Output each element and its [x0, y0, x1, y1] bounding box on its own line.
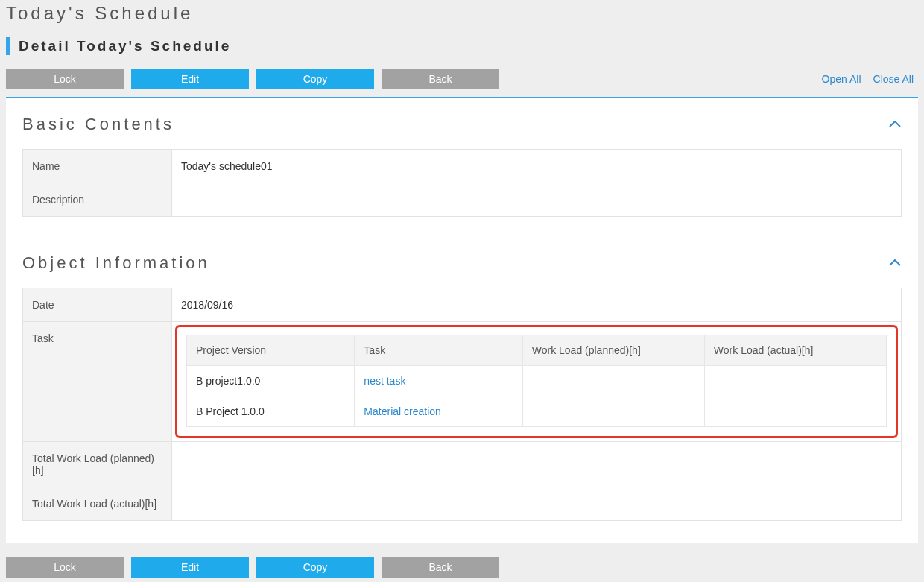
field-row-total-planned: Total Work Load (planned)[h]	[23, 442, 902, 487]
field-value-date: 2018/09/16	[172, 288, 902, 322]
task-col-workload-planned: Work Load (planned)[h]	[522, 335, 704, 366]
breadcrumb: Today's Schedule	[6, 0, 918, 37]
field-value-total-planned	[172, 442, 902, 487]
chevron-up-icon[interactable]	[888, 256, 902, 270]
lock-button-bottom[interactable]: Lock	[6, 557, 124, 578]
copy-button[interactable]: Copy	[256, 69, 374, 89]
task-cell-project-version: B Project 1.0.0	[187, 396, 355, 427]
back-button-bottom[interactable]: Back	[382, 557, 499, 578]
field-label-name: Name	[23, 150, 172, 183]
copy-button-bottom[interactable]: Copy	[256, 557, 374, 578]
section-header-object: Object Information	[22, 253, 902, 273]
task-cell-actual	[704, 396, 886, 427]
section-divider	[22, 235, 902, 235]
field-row-total-actual: Total Work Load (actual)[h]	[23, 487, 902, 521]
title-accent	[6, 37, 10, 55]
field-label-date: Date	[23, 288, 172, 322]
page-title: Detail Today's Schedule	[19, 38, 231, 54]
field-label-task: Task	[23, 322, 172, 442]
page-title-bar: Detail Today's Schedule	[6, 37, 918, 55]
open-all-link[interactable]: Open All	[822, 73, 861, 85]
field-value-description	[172, 183, 902, 217]
field-value-total-actual	[172, 487, 902, 521]
field-row-task: Task Project Version Task Work Load (pla…	[23, 322, 902, 442]
task-cell-actual	[704, 366, 886, 396]
task-table-header-row: Project Version Task Work Load (planned)…	[187, 335, 887, 366]
top-toolbar: Lock Edit Copy Back Open All Close All	[6, 69, 918, 89]
field-value-name: Today's schedule01	[172, 150, 902, 183]
field-value-task: Project Version Task Work Load (planned)…	[172, 322, 902, 442]
section-title-basic: Basic Contents	[22, 115, 174, 134]
object-information-table: Date 2018/09/16 Task Project Version Tas…	[22, 288, 902, 521]
task-col-project-version: Project Version	[187, 335, 355, 366]
task-table: Project Version Task Work Load (planned)…	[186, 335, 887, 427]
close-all-link[interactable]: Close All	[873, 73, 914, 85]
back-button[interactable]: Back	[382, 69, 499, 89]
task-col-task: Task	[355, 335, 522, 366]
task-cell-planned	[522, 366, 704, 396]
section-header-basic: Basic Contents	[22, 115, 902, 134]
chevron-up-icon[interactable]	[888, 118, 902, 131]
field-label-total-planned: Total Work Load (planned)[h]	[23, 442, 172, 487]
field-row-date: Date 2018/09/16	[23, 288, 902, 322]
task-row: B Project 1.0.0 Material creation	[187, 396, 887, 427]
task-row: B project1.0.0 nest task	[187, 366, 887, 396]
field-label-description: Description	[23, 183, 172, 217]
task-cell-planned	[522, 396, 704, 427]
basic-contents-table: Name Today's schedule01 Description	[22, 149, 902, 217]
field-row-name: Name Today's schedule01	[23, 150, 902, 183]
edit-button-bottom[interactable]: Edit	[131, 557, 249, 578]
task-highlight-box: Project Version Task Work Load (planned)…	[175, 325, 898, 438]
edit-button[interactable]: Edit	[131, 69, 249, 89]
detail-panel: Basic Contents Name Today's schedule01 D…	[6, 97, 918, 543]
task-col-workload-actual: Work Load (actual)[h]	[704, 335, 886, 366]
task-link[interactable]: Material creation	[364, 405, 441, 417]
task-cell-project-version: B project1.0.0	[187, 366, 355, 396]
section-title-object: Object Information	[22, 253, 210, 273]
field-label-total-actual: Total Work Load (actual)[h]	[23, 487, 172, 521]
field-row-description: Description	[23, 183, 902, 217]
lock-button[interactable]: Lock	[6, 69, 124, 89]
task-link[interactable]: nest task	[364, 375, 405, 387]
bottom-toolbar: Lock Edit Copy Back	[6, 543, 918, 578]
